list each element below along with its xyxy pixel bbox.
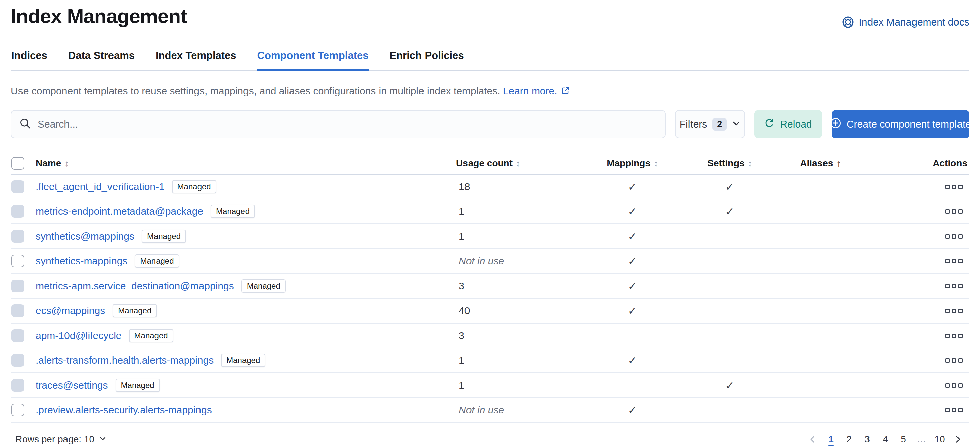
table-footer: Rows per page: 10 1 2 3 4 5 … 10: [11, 428, 969, 447]
arrow-up-icon: ↑: [836, 159, 841, 169]
index-management-page: Index Management Index Management docs I…: [0, 0, 980, 447]
column-header-usage-count[interactable]: Usage count ↕: [456, 158, 584, 169]
page-number-5[interactable]: 5: [896, 432, 911, 447]
template-name-link[interactable]: apm-10d@lifecycle: [36, 330, 122, 341]
page-number-2[interactable]: 2: [842, 432, 856, 447]
template-name-link[interactable]: traces@settings: [36, 380, 108, 391]
next-page-button[interactable]: [950, 433, 966, 445]
managed-badge: Managed: [113, 304, 157, 317]
learn-more-link[interactable]: Learn more.: [503, 85, 557, 96]
row-actions-button[interactable]: [943, 307, 964, 315]
row-checkbox: [11, 230, 24, 243]
page-number-4[interactable]: 4: [878, 432, 892, 447]
column-header-actions: Actions: [862, 158, 969, 169]
table-row: traces@settingsManaged 1 ✓: [11, 373, 969, 398]
row-actions-button[interactable]: [943, 208, 964, 216]
mappings-checkmark-icon: ✓: [584, 230, 681, 243]
filters-button[interactable]: Filters 2: [675, 110, 745, 138]
column-header-aliases[interactable]: Aliases ↑: [778, 158, 862, 169]
template-name-link[interactable]: synthetics@mappings: [36, 231, 134, 242]
row-actions-button[interactable]: [943, 357, 964, 365]
row-actions-button[interactable]: [943, 331, 964, 340]
usage-count: 3: [456, 280, 584, 292]
external-link-icon: [557, 85, 570, 96]
filters-label: Filters: [680, 119, 707, 130]
template-name-link[interactable]: .preview.alerts-security.alerts-mappings: [36, 404, 212, 416]
row-actions-button[interactable]: [943, 282, 964, 290]
managed-badge: Managed: [142, 230, 186, 243]
template-name-link[interactable]: metrics-endpoint.metadata@package: [36, 206, 203, 217]
page-title: Index Management: [11, 5, 187, 28]
row-checkbox: [11, 304, 24, 317]
row-actions-button[interactable]: [943, 406, 964, 414]
row-actions-button[interactable]: [943, 232, 964, 241]
filters-count-badge: 2: [712, 118, 727, 130]
row-checkbox: [11, 354, 24, 367]
usage-count: Not in use: [456, 255, 584, 267]
mappings-checkmark-icon: ✓: [584, 255, 681, 268]
column-header-mappings[interactable]: Mappings ↕: [584, 158, 681, 169]
chevron-down-icon: [99, 434, 107, 445]
search-box: [11, 110, 666, 138]
mappings-checkmark-icon: ✓: [584, 404, 681, 417]
template-name-link[interactable]: metrics-apm.service_destination@mappings: [36, 280, 234, 292]
tab-index-templates[interactable]: Index Templates: [155, 47, 237, 70]
row-checkbox[interactable]: [11, 255, 24, 268]
chevron-down-icon: [732, 119, 740, 130]
page-header: Index Management Index Management docs: [11, 5, 969, 28]
template-name-link[interactable]: synthetics-mappings: [36, 255, 127, 267]
component-templates-table: Name ↕ Usage count ↕ Mappings ↕ Settings…: [11, 153, 969, 423]
table-row: synthetics-mappingsManaged Not in use ✓: [11, 249, 969, 274]
toolbar: Filters 2 Reload: [11, 110, 969, 138]
page-number-3[interactable]: 3: [860, 432, 875, 447]
table-row: .alerts-transform.health.alerts-mappings…: [11, 348, 969, 373]
managed-badge: Managed: [116, 379, 160, 392]
tab-component-templates[interactable]: Component Templates: [256, 47, 369, 70]
up-down-arrow-icon: ↕: [748, 159, 752, 169]
usage-count: 40: [456, 305, 584, 317]
template-name-link[interactable]: ecs@mappings: [36, 305, 105, 317]
settings-checkmark-icon: ✓: [681, 379, 778, 392]
row-checkbox: [11, 329, 24, 342]
column-header-settings[interactable]: Settings ↕: [681, 158, 778, 169]
page-number-10[interactable]: 10: [932, 432, 947, 447]
up-down-arrow-icon: ↕: [516, 159, 520, 169]
managed-badge: Managed: [242, 279, 286, 293]
search-input[interactable]: [38, 119, 657, 130]
reload-label: Reload: [780, 119, 812, 130]
description-text: Use component templates to reuse setting…: [11, 85, 500, 96]
tab-data-streams[interactable]: Data Streams: [67, 47, 135, 70]
tab-indices[interactable]: Indices: [11, 47, 48, 70]
create-label: Create component template: [847, 119, 971, 130]
template-name-link[interactable]: .fleet_agent_id_verification-1: [36, 181, 165, 192]
row-actions-button[interactable]: [943, 381, 964, 390]
settings-checkmark-icon: ✓: [681, 180, 778, 193]
docs-link[interactable]: Index Management docs: [842, 16, 969, 28]
row-actions-button[interactable]: [943, 182, 964, 191]
up-down-arrow-icon: ↕: [654, 159, 658, 169]
reload-button[interactable]: Reload: [754, 110, 822, 138]
page-number-1[interactable]: 1: [824, 432, 838, 447]
up-down-arrow-icon: ↕: [64, 159, 69, 169]
plus-circle-icon: [830, 117, 841, 131]
mappings-checkmark-icon: ✓: [584, 304, 681, 317]
column-header-name[interactable]: Name ↕: [30, 158, 456, 169]
managed-badge: Managed: [135, 254, 179, 268]
search-icon: [19, 118, 31, 130]
select-all-checkbox[interactable]: [11, 157, 24, 170]
table-row: metrics-endpoint.metadata@packageManaged…: [11, 199, 969, 224]
life-ring-help-icon: [842, 16, 854, 28]
table-row: .fleet_agent_id_verification-1Managed 18…: [11, 174, 969, 199]
tab-enrich-policies[interactable]: Enrich Policies: [388, 47, 465, 70]
create-component-template-button[interactable]: Create component template: [832, 110, 969, 138]
row-checkbox: [11, 379, 24, 392]
row-checkbox[interactable]: [11, 404, 24, 417]
row-actions-button[interactable]: [943, 257, 964, 265]
rows-per-page-selector[interactable]: Rows per page: 10: [16, 434, 107, 445]
tab-bar: Indices Data Streams Index Templates Com…: [11, 47, 969, 71]
usage-count: 1: [456, 231, 584, 242]
template-name-link[interactable]: .alerts-transform.health.alerts-mappings: [36, 355, 213, 366]
mappings-checkmark-icon: ✓: [584, 279, 681, 293]
usage-count: 1: [456, 206, 584, 217]
usage-count: Not in use: [456, 404, 584, 416]
